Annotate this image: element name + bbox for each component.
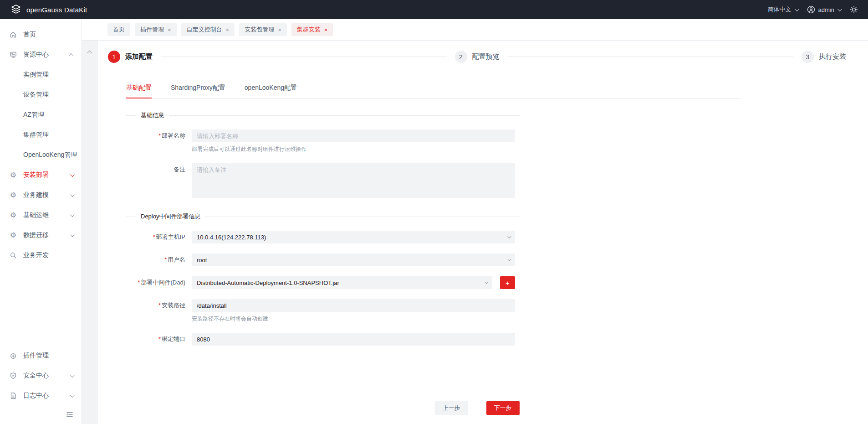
step-label: 添加配置 [125, 52, 153, 61]
sidebar-item-label: 安装部署 [23, 171, 70, 179]
close-icon[interactable]: × [278, 26, 281, 33]
app-header: openGauss DataKit 简体中文 admin [0, 0, 868, 19]
page-tab-package-mgmt[interactable]: 安装包管理 × [239, 23, 287, 36]
sidebar-item-basic-ops[interactable]: ⚙ 基础运维 [0, 205, 82, 225]
page-tab-home[interactable]: 首页 [107, 23, 130, 36]
sidebar-item-data-migration[interactable]: ⚙ 数据迁移 [0, 225, 82, 245]
sidebar-item-label: 数据迁移 [23, 231, 70, 239]
required-mark: * [164, 256, 167, 263]
collapse-panel-icon[interactable] [87, 51, 92, 56]
language-selector[interactable]: 简体中文 [768, 5, 798, 14]
close-icon[interactable]: × [324, 26, 328, 33]
sidebar-item-label: 插件管理 [23, 352, 73, 360]
username-value: root [197, 257, 507, 264]
sidebar-item-cluster-mgmt[interactable]: 集群管理 [0, 125, 82, 145]
home-icon [9, 31, 17, 38]
form-row-host-ip: *部署主机IP 10.0.4.16(124.222.78.113) [126, 231, 846, 243]
sidebar-item-label: 基础运维 [23, 211, 70, 219]
plugin-icon [9, 352, 17, 359]
sidebar-item-plugin-mgmt[interactable]: 插件管理 [0, 346, 82, 366]
avatar-icon [807, 5, 815, 14]
middleware-select[interactable]: Distributed-Automatic-Deployment-1.0-SNA… [192, 276, 492, 289]
page-tab-cluster-install[interactable]: 集群安装 × [291, 23, 333, 36]
sidebar-item-label: 业务开发 [23, 251, 73, 259]
step-run-install: 3 执行安装 [802, 51, 846, 63]
remark-textarea[interactable] [192, 163, 515, 198]
page-tab-custom-console[interactable]: 自定义控制台 × [181, 23, 235, 36]
deploy-name-input[interactable] [192, 129, 515, 142]
sidebar-item-label: 资源中心 [23, 51, 70, 59]
username-label: admin [818, 6, 834, 13]
form-row-remark: 备注 [126, 163, 846, 200]
previous-step-button[interactable]: 上一步 [435, 401, 468, 415]
username-select[interactable]: root [192, 253, 515, 266]
page-tab-label: 集群安装 [297, 26, 321, 34]
search-icon [9, 252, 17, 259]
sidebar-item-openlookeng-mgmt[interactable]: OpenLooKeng管理 [0, 145, 82, 165]
chevron-down-icon [70, 172, 75, 177]
field-label: *部署中间件(Dad) [126, 276, 192, 289]
gear-icon: ⚙ [9, 232, 17, 239]
sidebar-item-security-center[interactable]: 安全中心 [0, 366, 82, 386]
collapse-sidebar-icon[interactable] [66, 411, 73, 418]
step-connector [161, 57, 447, 57]
step-number: 3 [802, 51, 814, 63]
next-step-button[interactable]: 下一步 [486, 401, 520, 415]
sidebar-item-home[interactable]: 首页 [0, 25, 82, 45]
sidebar-item-label: OpenLooKeng管理 [23, 151, 77, 159]
chevron-down-icon [507, 234, 511, 238]
form-row-deploy-name: *部署名称 部署完成后可以通过此名称对组件进行运维操作 [126, 129, 846, 153]
middleware-value: Distributed-Automatic-Deployment-1.0-SNA… [197, 279, 485, 286]
cluster-install-panel: 1 添加配置 2 配置预览 3 执行安装 [98, 41, 868, 424]
user-menu[interactable]: admin [807, 5, 841, 14]
field-label: *部署名称 [126, 129, 192, 153]
sidebar-item-business-modeling[interactable]: ⚙ 业务建模 [0, 185, 82, 205]
sidebar-item-install-deploy[interactable]: ⚙ 安装部署 [0, 165, 82, 185]
sidebar: 首页 资源中心 实例管理 设备管理 AZ管理 集群管理 OpenLooKeng管… [0, 19, 82, 424]
step-connector [508, 57, 794, 57]
field-label: *用户名 [126, 253, 192, 266]
chevron-down-icon [485, 280, 488, 284]
form-row-username: *用户名 root [126, 253, 846, 266]
step-config-preview: 2 配置预览 [455, 51, 802, 63]
close-icon[interactable]: × [168, 26, 171, 33]
sidebar-item-business-dev[interactable]: 业务开发 [0, 245, 82, 265]
tab-shardingproxy-config[interactable]: ShardingProxy配置 [171, 84, 225, 98]
step-label: 配置预览 [472, 52, 500, 61]
tab-basic-config[interactable]: 基础配置 [126, 84, 152, 98]
host-ip-select[interactable]: 10.0.4.16(124.222.78.113) [192, 231, 515, 243]
step-number: 2 [455, 51, 467, 63]
field-label: *安装路径 [126, 299, 192, 323]
tab-openlookeng-config[interactable]: openLooKeng配置 [245, 84, 297, 98]
sidebar-spacer [0, 265, 82, 346]
sidebar-item-label: 日志中心 [23, 392, 70, 400]
sidebar-item-resource-center[interactable]: 资源中心 [0, 45, 82, 65]
sidebar-item-instance-mgmt[interactable]: 实例管理 [0, 65, 82, 85]
monitor-icon [9, 51, 17, 58]
section-basic-info: 基础信息 [126, 111, 520, 119]
bind-port-input[interactable] [192, 333, 515, 346]
sidebar-item-log-center[interactable]: 日志中心 [0, 386, 82, 406]
opengauss-logo-icon [10, 4, 22, 16]
close-icon[interactable]: × [226, 26, 230, 33]
sidebar-item-device-mgmt[interactable]: 设备管理 [0, 85, 82, 105]
install-path-input[interactable] [192, 299, 515, 312]
chevron-down-icon [70, 233, 75, 237]
install-path-helper: 安装路径不存在时将会自动创建 [192, 315, 515, 323]
sidebar-item-label: 设备管理 [23, 91, 73, 99]
field-label: 备注 [126, 163, 192, 200]
sidebar-item-az-mgmt[interactable]: AZ管理 [0, 105, 82, 125]
page-tab-plugin-mgmt[interactable]: 插件管理 × [135, 23, 177, 36]
page-tab-label: 插件管理 [140, 26, 164, 34]
deploy-name-helper: 部署完成后可以通过此名称对组件进行运维操作 [192, 145, 515, 153]
form-row-install-path: *安装路径 安装路径不存在时将会自动创建 [126, 299, 846, 323]
basic-config-form: 基础信息 *部署名称 部署完成后可以通过此名称对组件进行运维操作 备注 [126, 111, 846, 346]
shield-icon [9, 372, 17, 379]
theme-toggle-icon[interactable] [850, 5, 858, 14]
required-mark: * [158, 132, 161, 139]
required-mark: * [153, 233, 155, 240]
page-tab-label: 自定义控制台 [187, 26, 222, 34]
add-middleware-button[interactable]: + [500, 276, 515, 289]
section-deploy-middleware-info: Deploy中间件部署信息 [126, 212, 520, 221]
section-title: Deploy中间件部署信息 [141, 212, 200, 221]
